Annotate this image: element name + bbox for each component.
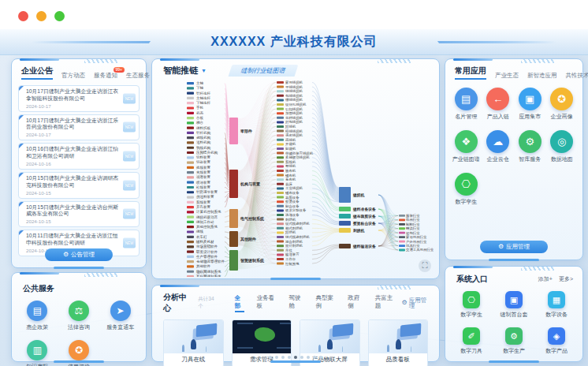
app-法律咨询[interactable]: ⚖法律咨询 — [58, 301, 100, 331]
app-产品入链[interactable]: ←产品入链 — [482, 88, 515, 121]
chain-map-tab[interactable]: 缝制行业链图谱 — [229, 65, 299, 77]
svg-text:下轴连杆: 下轴连杆 — [196, 101, 211, 105]
new-badge: NEW — [123, 209, 136, 219]
page-dot-2[interactable] — [275, 356, 278, 359]
page-dot-5[interactable] — [294, 356, 297, 359]
tab-典型案例[interactable]: 典型案例 — [316, 294, 337, 312]
app-缝制首台套[interactable]: ▣缝制首台套 — [493, 291, 535, 319]
analysis-card-品质看板[interactable]: 品质看板 — [368, 319, 429, 366]
app-惠企政策[interactable]: ▤惠企政策 — [17, 301, 58, 331]
tab-生态服务[interactable]: 生态服务 — [126, 72, 150, 80]
entry-grid: ⎔数字孪生▣缝制首台套▦数字设备✐数字刀具⚙数字生产◈数字产品 — [445, 286, 582, 364]
app-智库服务[interactable]: ⚙智库服务 — [514, 130, 546, 163]
twin-icon: ⎔ — [463, 291, 480, 308]
system-entry-title: 系统入口 — [456, 274, 488, 285]
svg-text:家居用品行业: 家居用品行业 — [406, 235, 427, 239]
announcement-item[interactable]: 10月15日缝制产业大脑企业走访调研杰克科技股份有限公司2024-10-15NE… — [18, 172, 140, 199]
svg-text:包缝缝纫机: 包缝缝纫机 — [285, 94, 303, 98]
app-label: 产业链图谱 — [452, 155, 480, 163]
svg-text:链缝缝纫机: 链缝缝纫机 — [285, 89, 303, 93]
gear-icon: ⚙ — [63, 252, 69, 258]
tab-驾驶舱[interactable]: 驾驶舱 — [288, 294, 303, 312]
add-link[interactable]: 添加+ — [538, 275, 553, 283]
tab-常用应用[interactable]: 常用应用 — [455, 65, 486, 80]
svg-text:混合刺绣机: 混合刺绣机 — [285, 240, 303, 244]
svg-text:贴袋机: 贴袋机 — [285, 147, 296, 151]
page-dot-6[interactable] — [300, 356, 303, 359]
app-数据地图[interactable]: ◎数据地图 — [546, 130, 579, 163]
svg-text:疏缝机: 疏缝机 — [285, 138, 296, 142]
app-数字设备[interactable]: ▦数字设备 — [535, 291, 578, 319]
announcement-item[interactable]: 10月15日缝制产业大脑企业走访台州斯威洛车业有限公司2024-10-15NEW — [18, 201, 140, 228]
app-数字生产[interactable]: ⚙数字生产 — [493, 327, 535, 355]
app-企业画像[interactable]: ✪企业画像 — [546, 88, 579, 121]
page-dot-4[interactable] — [288, 356, 291, 359]
analysis-title: 分析中心 — [163, 292, 192, 314]
analysis-card-需求管理[interactable]: 需求管理 — [232, 319, 292, 366]
analysis-count: 共计34个 — [198, 296, 217, 310]
apps-manage-button[interactable]: ⚙ 应用管理 — [480, 241, 548, 253]
app-信用评价[interactable]: ✪信用评价 — [58, 340, 100, 366]
system-entry-header: 系统入口 添加+ 更多> — [445, 267, 582, 286]
page-dot-1[interactable] — [269, 356, 272, 359]
app-名片管理[interactable]: ▤名片管理 — [450, 88, 482, 121]
analysis-card-产品物联大屏[interactable]: 产品物联大屏 — [300, 319, 360, 366]
announcement-item[interactable]: 10月16日缝制产业大脑企业走访浙江怡和卫浴有限公司调研2024-10-16NE… — [18, 143, 140, 170]
announcement-manage-button[interactable]: ⚙ 公告管理 — [45, 248, 113, 261]
fullscreen-icon[interactable]: ⛶ — [419, 260, 431, 272]
tab-服务通知[interactable]: 服务通知99+ — [94, 72, 117, 80]
svg-text:喷油装置: 喷油装置 — [196, 181, 211, 185]
window-zoom-button[interactable] — [54, 11, 65, 21]
app-产业链图谱[interactable]: ❖产业链图谱 — [450, 130, 482, 163]
svg-text:饰品行业: 饰品行业 — [405, 218, 420, 222]
svg-text:户外用品行业: 户外用品行业 — [406, 240, 427, 244]
window-close-button[interactable] — [18, 11, 28, 21]
svg-text:缝料输送设备: 缝料输送设备 — [352, 244, 376, 249]
tab-业务看板[interactable]: 业务看板 — [256, 294, 277, 312]
tab-共富主题[interactable]: 共富主题 — [375, 294, 396, 312]
svg-text:零部件: 零部件 — [240, 129, 252, 134]
app-知识产权[interactable]: ▥知识产权 — [17, 340, 58, 366]
page-dot-9[interactable] — [319, 356, 322, 359]
tab-企业公告[interactable]: 企业公告 — [21, 65, 53, 80]
market-bag-icon: ▣ — [519, 88, 541, 110]
system-entry-panel: 系统入口 添加+ 更多> ⎔数字孪生▣缝制首台套▦数字设备✐数字刀具⚙数字生产◈… — [445, 266, 583, 362]
app-服务直通车[interactable]: ➤服务直通车 — [99, 301, 141, 331]
page-dot-7[interactable] — [307, 356, 310, 359]
app-label: 产品入链 — [487, 113, 509, 121]
tab-全部[interactable]: 全部 — [235, 294, 245, 312]
tab-共性技术[interactable]: 共性技术 — [566, 72, 588, 80]
announcement-text: 10月15日缝制产业大脑企业走访台州斯威洛车业有限公司 — [26, 204, 121, 218]
page-dot-8[interactable] — [313, 356, 316, 359]
svg-text:工作台: 工作台 — [285, 257, 296, 261]
announcement-item[interactable]: 10月17日缝制产业大脑企业走访浙江衣拿智能科技股份有限公司2024-10-17… — [18, 85, 140, 112]
express-service-icon: ➤ — [110, 301, 131, 321]
announcement-date: 2024-10-16 — [26, 161, 121, 166]
app-数字产品[interactable]: ◈数字产品 — [535, 327, 578, 355]
app-企业云仓[interactable]: ☁企业云仓 — [482, 130, 515, 163]
svg-text:缝料托板: 缝料托板 — [196, 126, 211, 130]
analysis-manage-link[interactable]: ⚙ 应用管理 — [401, 297, 430, 309]
caret-down-icon[interactable]: ▼ — [201, 68, 207, 73]
window-minimize-button[interactable] — [36, 11, 47, 21]
app-应用集市[interactable]: ▣应用集市 — [514, 88, 546, 121]
svg-text:市场营销软件: 市场营销软件 — [196, 244, 218, 249]
analysis-card-刀具在线[interactable]: 刀具在线 — [163, 319, 224, 366]
tab-新智造应用[interactable]: 新智造应用 — [527, 72, 557, 80]
more-link[interactable]: 更多> — [559, 275, 573, 283]
app-数字孪生[interactable]: ⎔数字孪生 — [450, 291, 493, 319]
tab-产业生态[interactable]: 产业生态 — [495, 72, 519, 80]
zigzag-decoration — [84, 59, 119, 63]
new-badge: NEW — [123, 238, 136, 248]
app-label: 信用评价 — [68, 363, 90, 366]
svg-text:铺布设备: 铺布设备 — [285, 191, 300, 195]
app-数字孪生[interactable]: ⎔数字孪生 — [450, 173, 482, 206]
tab-政府侧[interactable]: 政府侧 — [348, 294, 363, 312]
tab-官方动态[interactable]: 官方动态 — [61, 72, 85, 80]
app-label: 数字设备 — [545, 311, 568, 319]
svg-text:家用缝纫机: 家用缝纫机 — [285, 80, 303, 84]
announcement-item[interactable]: 10月17日缝制产业大脑企业走访浙江乐普药业股份有限公司2024-10-17NE… — [18, 114, 140, 141]
page-dot-3[interactable] — [281, 356, 285, 359]
app-数字刀具[interactable]: ✐数字刀具 — [450, 327, 493, 355]
analysis-header: 分析中心 共计34个 全部业务看板驾驶舱典型案例政府侧共富主题 ⚙ 应用管理 — [152, 286, 439, 314]
